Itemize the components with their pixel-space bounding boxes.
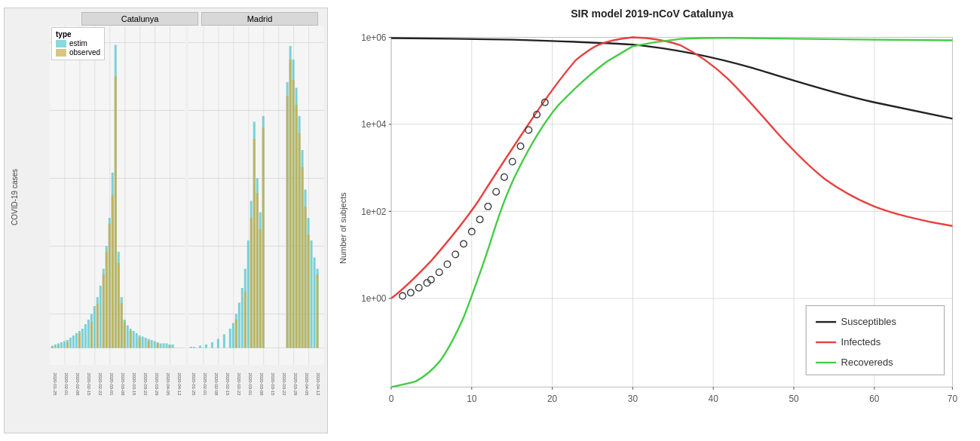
svg-rect-123 xyxy=(243,292,246,348)
facet-header-madrid: Madrid xyxy=(201,12,318,26)
svg-rect-92 xyxy=(189,347,191,348)
svg-text:2020-03-08: 2020-03-08 xyxy=(259,373,263,396)
svg-rect-60 xyxy=(57,346,60,348)
svg-text:2020-03-29: 2020-03-29 xyxy=(292,373,297,396)
svg-rect-105 xyxy=(247,240,249,348)
svg-rect-56 xyxy=(166,344,168,348)
svg-rect-45 xyxy=(133,331,135,348)
svg-rect-93 xyxy=(192,347,194,348)
right-chart-wrapper: Number of subjects xyxy=(335,23,969,433)
svg-rect-126 xyxy=(256,193,258,348)
svg-rect-25 xyxy=(72,335,75,348)
svg-rect-124 xyxy=(250,218,252,348)
svg-rect-97 xyxy=(216,339,219,348)
legend-label-estim: estim xyxy=(69,39,87,47)
svg-rect-134 xyxy=(301,167,303,348)
svg-text:Recovereds: Recovereds xyxy=(841,357,893,368)
legend-box: type estim observed xyxy=(51,27,105,60)
left-chart-body: COVID-19 cases type estim observed xyxy=(8,26,323,365)
facet-chart-catalunya: 1500 1000 500 0 xyxy=(50,26,185,365)
svg-rect-68 xyxy=(112,195,114,348)
legend-item-observed: observed xyxy=(56,48,100,57)
svg-rect-55 xyxy=(163,344,165,348)
legend-swatch-observed xyxy=(56,49,66,57)
svg-rect-66 xyxy=(106,252,108,348)
svg-text:2020-03-15: 2020-03-15 xyxy=(132,373,136,396)
right-chart-area: 1e+06 1e+04 1e+02 1e+00 0 10 20 30 40 50… xyxy=(351,23,969,433)
svg-rect-48 xyxy=(142,337,144,348)
svg-rect-58 xyxy=(172,345,174,348)
svg-rect-98 xyxy=(222,335,225,348)
svg-text:1e+00: 1e+00 xyxy=(361,293,387,304)
legend-label-observed: observed xyxy=(69,48,100,57)
svg-rect-71 xyxy=(121,303,123,348)
svg-text:2020-04-05: 2020-04-05 xyxy=(304,373,308,396)
svg-rect-103 xyxy=(240,288,243,348)
svg-rect-26 xyxy=(75,333,78,348)
right-chart-inner: Number of subjects xyxy=(335,23,969,433)
svg-text:2020-02-22: 2020-02-22 xyxy=(98,373,103,396)
svg-rect-73 xyxy=(130,331,132,348)
svg-text:60: 60 xyxy=(869,394,880,404)
svg-rect-30 xyxy=(87,320,90,348)
right-chart-title: SIR model 2019-nCoV Catalunya xyxy=(335,8,969,20)
facet-chart-madrid xyxy=(188,26,324,365)
svg-rect-70 xyxy=(118,263,120,348)
svg-rect-67 xyxy=(109,224,111,348)
svg-rect-51 xyxy=(151,340,153,348)
left-chart-area: Catalunya Madrid COVID-19 cases type est… xyxy=(4,8,328,433)
svg-text:0: 0 xyxy=(389,394,394,404)
svg-rect-77 xyxy=(169,346,171,348)
svg-text:20: 20 xyxy=(547,394,558,404)
svg-rect-120 xyxy=(313,258,315,348)
svg-text:2020-01-25: 2020-01-25 xyxy=(53,373,57,396)
svg-text:2020-03-22: 2020-03-22 xyxy=(143,373,148,396)
svg-rect-131 xyxy=(292,80,294,348)
svg-text:2020-02-15: 2020-02-15 xyxy=(225,373,229,396)
facet-header-catalunya: Catalunya xyxy=(81,12,198,26)
svg-rect-130 xyxy=(289,60,291,348)
svg-text:2020-02-01: 2020-02-01 xyxy=(202,373,207,396)
svg-rect-74 xyxy=(139,338,141,348)
svg-text:2020-03-15: 2020-03-15 xyxy=(270,373,274,396)
svg-rect-127 xyxy=(259,229,261,348)
svg-rect-32 xyxy=(93,306,96,348)
svg-rect-21 xyxy=(60,342,63,348)
svg-rect-95 xyxy=(204,345,207,348)
svg-text:2020-01-25: 2020-01-25 xyxy=(191,373,196,396)
svg-rect-49 xyxy=(145,338,147,348)
svg-rect-72 xyxy=(124,322,126,348)
svg-rect-125 xyxy=(253,139,255,348)
legend-item-estim: estim xyxy=(56,39,100,47)
svg-text:2020-02-01: 2020-02-01 xyxy=(64,373,69,396)
svg-text:2020-02-08: 2020-02-08 xyxy=(213,373,218,396)
svg-text:2020-02-15: 2020-02-15 xyxy=(87,373,91,396)
svg-text:50: 50 xyxy=(789,394,799,404)
svg-rect-61 xyxy=(66,342,69,348)
legend-swatch-estim xyxy=(56,40,66,47)
right-panel: SIR model 2019-nCoV Catalunya Number of … xyxy=(332,0,980,441)
svg-rect-96 xyxy=(210,342,213,348)
svg-rect-135 xyxy=(304,207,306,348)
svg-rect-94 xyxy=(198,346,201,348)
svg-text:1e+04: 1e+04 xyxy=(361,119,387,130)
svg-text:10: 10 xyxy=(467,394,477,404)
svg-rect-65 xyxy=(103,274,105,348)
svg-rect-22 xyxy=(63,341,66,348)
svg-rect-129 xyxy=(286,96,288,348)
svg-text:2020-04-12: 2020-04-12 xyxy=(315,373,320,396)
svg-text:1e+06: 1e+06 xyxy=(361,32,387,43)
svg-rect-128 xyxy=(262,127,264,348)
svg-rect-100 xyxy=(231,323,234,348)
y-axis-label-right: Number of subjects xyxy=(335,23,351,433)
svg-rect-34 xyxy=(100,286,102,348)
svg-text:40: 40 xyxy=(709,394,719,404)
svg-rect-43 xyxy=(127,326,129,348)
svg-rect-137 xyxy=(316,274,318,348)
svg-rect-99 xyxy=(228,329,231,348)
svg-text:70: 70 xyxy=(948,394,958,404)
svg-rect-19 xyxy=(54,345,57,348)
svg-text:30: 30 xyxy=(628,394,639,404)
svg-rect-63 xyxy=(90,322,93,348)
legend-title: type xyxy=(56,30,100,38)
